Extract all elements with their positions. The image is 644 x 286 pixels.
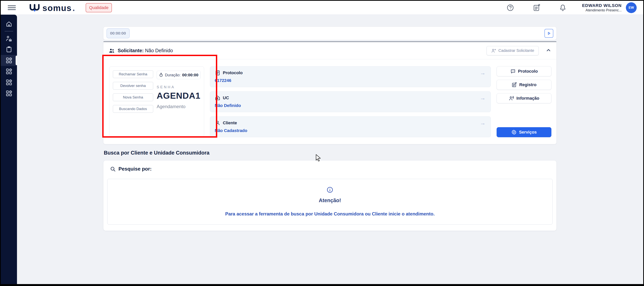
stopwatch-icon [159,73,164,77]
voice-info-icon [509,96,514,101]
fetching-data-button[interactable]: Buscando Dados [113,105,153,113]
note-add-icon [512,82,517,87]
sidebar-item-home[interactable] [1,18,17,29]
sidebar-item-apps-2[interactable] [1,66,17,77]
requester-text: Solicitante: Não Definido [118,48,173,53]
ticket-label: SENHA [157,85,200,89]
register-requester-button[interactable]: Cadastrar Solicitante [486,46,539,55]
sidebar-nav [1,15,17,284]
attendance-content: Rechamar Senha Devolver senha Nova Senha… [104,59,556,144]
queue-panel: Rechamar Senha Devolver senha Nova Senha… [109,66,204,137]
new-ticket-button[interactable]: Nova Senha [113,93,153,101]
ticket-info: Duração: 00:00:00 SENHA AGENDA1 Agendame… [157,70,200,133]
play-icon [546,31,552,36]
search-card: Pesquise por: Atenção! Para acessar a fe… [104,161,556,231]
services-label: Serviços [519,130,537,135]
sidebar-item-apps-4[interactable] [1,88,17,99]
return-ticket-button[interactable]: Devolver senha [113,82,153,90]
search-label: Pesquise por: [118,166,152,172]
apps-gear-icon [6,57,12,64]
person-home-icon [6,35,12,42]
info-cards: Protocolo 6172246 → UC [210,66,491,137]
top-bar: somus . Qualidade EDWARD [1,1,643,15]
attention-notice: Atenção! Para acessar a ferramenta de bu… [107,179,552,225]
sidebar-divider [5,31,13,31]
protocol-action-label: Protocolo [518,69,538,74]
attendance-panel: Solicitante: Não Definido Cadastrar Soli… [104,41,556,144]
logo-dot: . [72,4,75,12]
help-icon[interactable] [506,4,514,11]
logo-text: somus [42,4,72,12]
recall-ticket-button[interactable]: Rechamar Senha [113,70,153,78]
user-name: EDWARD WILSON [582,3,622,8]
requester-value: Não Definido [145,48,173,53]
note-add-icon[interactable] [533,4,540,11]
notifications-bell-icon[interactable] [559,4,567,11]
protocol-card[interactable]: Protocolo 6172246 → [210,66,491,87]
apps-gear-icon [6,90,12,97]
avatar[interactable]: EW [626,2,637,13]
app-frame: somus . Qualidade EDWARD [1,1,643,284]
queue-buttons: Rechamar Senha Devolver senha Nova Senha… [113,70,153,133]
action-buttons: Protocolo Registro [496,66,552,137]
main-content: 00:00:00 Solicitante: Não Definido [18,15,643,284]
register-requester-label: Cadastrar Solicitante [498,48,534,53]
uc-card[interactable]: UC Não Definido → [210,91,491,112]
gear-icon [511,129,517,135]
person-add-icon [491,48,496,53]
notice-title: Atenção! [319,198,341,204]
search-icon [110,166,116,172]
services-button[interactable]: Serviços [496,127,552,137]
ticket-value: AGENDA1 [157,91,200,101]
duration-label: Duração: [165,73,180,77]
user-role: Atendimento Presenc... [582,8,622,12]
home-icon [6,21,12,27]
play-button[interactable] [544,29,553,38]
duration-chip: Duração: 00:00:00 [157,71,200,79]
apps-gear-icon [6,79,12,86]
clipboard-icon [6,46,12,53]
uc-home-icon [215,95,220,101]
arrow-right-icon: → [480,70,486,76]
client-person-icon [215,120,220,126]
timer-card: 00:00:00 [104,27,556,40]
sidebar-item-agents[interactable] [1,33,17,44]
protocol-doc-icon [215,70,220,76]
uc-card-label: UC [223,95,229,100]
somus-logo: somus . [29,3,75,12]
collapse-chevron-up-icon[interactable] [546,47,552,54]
arrow-right-icon: → [480,95,486,101]
info-icon [326,186,334,193]
sidebar-item-clipboard[interactable] [1,44,17,55]
user-info[interactable]: EDWARD WILSON Atendimento Presenc... [582,3,622,12]
sidebar-item-apps-3[interactable] [1,77,17,88]
sidebar-item-apps-active[interactable] [1,55,17,66]
client-card[interactable]: Cliente Não Cadastrado → [210,116,491,137]
register-action-button[interactable]: Registro [496,80,552,90]
client-card-value: Não Cadastrado [215,128,486,133]
logo-mark-icon [29,3,41,12]
ticket-type: Agendamento [157,104,200,109]
requester-label: Solicitante: [118,48,144,53]
timer-chip: 00:00:00 [106,28,130,38]
client-card-label: Cliente [223,120,237,125]
information-action-label: Informação [516,96,540,101]
quality-badge[interactable]: Qualidade [86,3,112,12]
arrow-right-icon: → [480,120,486,126]
requester-row: Solicitante: Não Definido Cadastrar Soli… [104,42,556,59]
apps-gear-icon [6,68,12,75]
protocol-action-button[interactable]: Protocolo [496,66,552,76]
information-action-button[interactable]: Informação [496,93,552,103]
hamburger-menu-icon[interactable] [7,4,16,11]
register-action-label: Registro [519,82,536,87]
chat-bubble-icon [510,69,516,74]
search-section-heading: Busca por Cliente e Unidade Consumidora [104,150,556,156]
protocol-card-value: 6172246 [215,78,486,83]
uc-card-value: Não Definido [215,103,486,108]
protocol-card-label: Protocolo [223,70,243,75]
duration-value: 00:00:00 [182,73,198,77]
avatar-initials: EW [628,6,634,10]
notice-message: Para acessar a ferramenta de busca por U… [225,211,435,217]
people-icon [108,47,115,54]
